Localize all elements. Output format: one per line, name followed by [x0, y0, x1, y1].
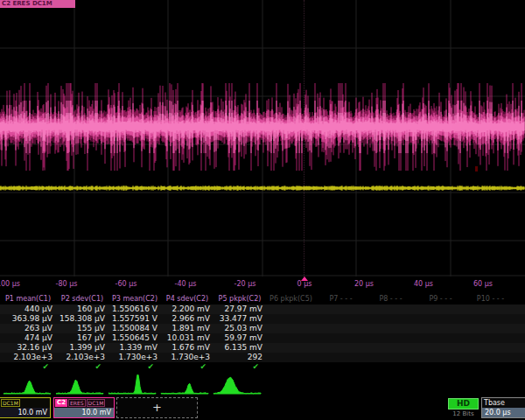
measure-cell — [515, 324, 525, 333]
measure-row: 363.98 µV158.308 µV1.557591 V2.966 mV33.… — [0, 314, 525, 324]
measure-cell: 1.399 µV — [56, 343, 108, 353]
x-axis-label: 20 µs — [354, 280, 374, 288]
measure-header-2[interactable]: P2 sdev(C1) — [56, 294, 108, 304]
measure-cell: 25.03 mV — [214, 324, 266, 333]
measure-header-4[interactable]: P4 sdev(C2) — [161, 294, 214, 304]
measurement-table: P1 mean(C1)P2 sdev(C1)P3 mean(C2)P4 sdev… — [0, 294, 525, 372]
measure-cell: 1.730e+3 — [161, 353, 214, 362]
c2-eres-badge: ERES — [68, 399, 86, 407]
c2-coupling-badge: DC1M — [87, 399, 106, 407]
measure-cell — [416, 343, 466, 353]
x-axis-label: -40 µs — [175, 280, 197, 288]
measure-cell: 363.98 µV — [0, 314, 56, 324]
measure-cell — [515, 333, 525, 343]
measure-cell: 2.966 mV — [161, 314, 214, 324]
time-axis: -100 µs-80 µs-60 µs-40 µs-20 µs0 µs20 µs… — [0, 276, 525, 294]
histicon-2 — [56, 380, 103, 394]
measure-cell — [466, 304, 515, 314]
measure-cell — [316, 304, 366, 314]
measure-cell — [266, 324, 316, 333]
measure-cell: 2.200 mV — [161, 304, 214, 314]
measure-cell — [466, 333, 515, 343]
measure-cell — [466, 353, 515, 362]
x-axis-label: 0 µs — [298, 280, 312, 288]
measure-header-8[interactable]: P8 - - - — [366, 294, 416, 304]
descriptor-row: DC1M 10.0 mV C2 ERES DC1M 10.0 mV + HD 1… — [0, 397, 525, 420]
measure-cell: 263 µV — [0, 324, 56, 333]
measure-cell — [316, 324, 366, 333]
channel-c1-descriptor[interactable]: DC1M 10.0 mV — [0, 397, 51, 418]
measure-cell: 1.550616 V — [108, 304, 161, 314]
hd-badge: HD — [448, 398, 479, 410]
c2-volts-per-div: 10.0 mV — [54, 408, 114, 417]
measure-cell — [416, 333, 466, 343]
measure-cell: 292 — [214, 353, 266, 362]
measure-header-3[interactable]: P3 mean(C2) — [108, 294, 161, 304]
hd-bits-label: 12 Bits — [448, 410, 479, 417]
timebase-descriptor[interactable]: Tbase 20.0 µs — [481, 397, 525, 418]
x-axis-label: 40 µs — [414, 280, 433, 288]
oscilloscope-screen: C2 ERES DC1M -100 µs-80 µs-60 µs-40 µs-2… — [0, 0, 525, 420]
measure-header-7[interactable]: P7 - - - — [316, 294, 366, 304]
measure-header-10[interactable]: P10 - - - — [466, 294, 515, 304]
measure-cell: 1.730e+3 — [108, 353, 161, 362]
measure-cell — [266, 304, 316, 314]
add-trace-button[interactable]: + — [116, 397, 198, 418]
measure-cell — [466, 314, 515, 324]
measure-cell — [366, 343, 416, 353]
measure-cell — [266, 343, 316, 353]
measure-row: 263 µV155 µV1.550084 V1.891 mV25.03 mV — [0, 324, 525, 333]
measure-cell: 59.97 mV — [214, 333, 266, 343]
measure-cell — [366, 333, 416, 343]
measure-cell: 160 µV — [56, 304, 108, 314]
timebase-label: Tbase — [482, 398, 525, 408]
measure-cell: 1.339 mV — [108, 343, 161, 353]
measure-header-row: P1 mean(C1)P2 sdev(C1)P3 mean(C2)P4 sdev… — [0, 294, 525, 304]
status-check-icon: ✔ — [108, 362, 161, 372]
measure-row: 32.16 µV1.399 µV1.339 mV1.676 mV6.135 mV — [0, 343, 525, 353]
channel-c2-descriptor[interactable]: C2 ERES DC1M 10.0 mV — [53, 397, 115, 418]
measure-cell — [366, 353, 416, 362]
histicon-4 — [161, 384, 208, 394]
status-check-icon: ✔ — [214, 362, 266, 372]
measure-cell — [515, 343, 525, 353]
measure-cell: 1.550645 V — [108, 333, 161, 343]
waveform-grid[interactable] — [0, 0, 525, 276]
measure-cell — [316, 353, 366, 362]
measure-cell — [416, 314, 466, 324]
waveform-svg — [0, 0, 525, 276]
measure-cell — [316, 343, 366, 353]
measure-cell — [316, 314, 366, 324]
measure-row: 474 µV167 µV1.550645 V10.031 mV59.97 mV — [0, 333, 525, 343]
measure-header-6[interactable]: P6 pkpk(C5) — [266, 294, 316, 304]
measure-cell: 155 µV — [56, 324, 108, 333]
c1-coupling-badge: DC1M — [1, 399, 20, 407]
histicon-5 — [214, 377, 261, 394]
measure-cell — [466, 343, 515, 353]
status-check-icon — [466, 362, 515, 372]
measure-cell: 2.103e+3 — [56, 353, 108, 362]
histicon-svg — [0, 374, 525, 397]
measure-header-1[interactable]: P1 mean(C1) — [0, 294, 56, 304]
measure-cell — [366, 314, 416, 324]
measure-header-11[interactable]: P11 — [515, 294, 525, 304]
measure-cell — [416, 324, 466, 333]
plus-icon: + — [152, 401, 162, 414]
measure-header-5[interactable]: P5 pkpk(C2) — [214, 294, 266, 304]
hd-mode-indicator[interactable]: HD 12 Bits — [448, 398, 479, 417]
measure-header-9[interactable]: P9 - - - — [416, 294, 466, 304]
status-check-icon — [366, 362, 416, 372]
measure-cell — [266, 314, 316, 324]
measure-cell — [515, 304, 525, 314]
histicon-row — [0, 374, 525, 397]
measure-cell: 2.103e+3 — [0, 353, 56, 362]
measure-cell: 440 µV — [0, 304, 56, 314]
status-check-icon — [316, 362, 366, 372]
active-trace-tab[interactable]: C2 ERES DC1M — [0, 0, 75, 8]
timebase-value: 20.0 µs — [482, 408, 525, 417]
status-check-icon: ✔ — [56, 362, 108, 372]
measure-cell: 6.135 mV — [214, 343, 266, 353]
status-check-icon — [515, 362, 525, 372]
c1-volts-per-div: 10.0 mV — [0, 408, 50, 417]
measure-status-row: ✔✔✔✔✔ — [0, 362, 525, 372]
